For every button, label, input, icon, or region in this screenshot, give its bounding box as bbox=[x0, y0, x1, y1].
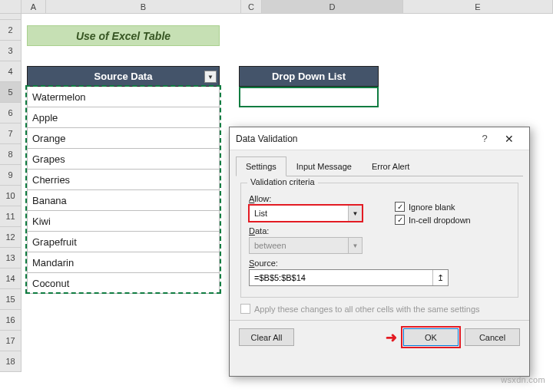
chevron-down-icon: ▼ bbox=[207, 74, 214, 81]
table-row[interactable]: Watermelon bbox=[27, 87, 220, 107]
apply-all-checkbox: Apply these changes to all other cells w… bbox=[240, 304, 518, 314]
col-D[interactable]: D bbox=[262, 0, 403, 14]
data-value: between bbox=[250, 241, 348, 250]
table-row[interactable]: Orange bbox=[27, 128, 220, 149]
source-data-header[interactable]: Source Data ▼ bbox=[27, 66, 220, 87]
source-label: Source: bbox=[249, 259, 510, 268]
row-11[interactable]: 11 bbox=[0, 206, 22, 227]
source-data-header-label: Source Data bbox=[94, 71, 153, 82]
ok-button[interactable]: OK bbox=[403, 328, 459, 346]
cancel-button[interactable]: Cancel bbox=[465, 328, 520, 346]
validation-criteria-legend: Validation criteria bbox=[247, 177, 318, 186]
row-15[interactable]: 15 bbox=[0, 289, 22, 310]
row-16[interactable]: 16 bbox=[0, 310, 22, 331]
row-13[interactable]: 13 bbox=[0, 248, 22, 268]
table-row[interactable]: Grapes bbox=[27, 149, 220, 170]
col-C[interactable]: C bbox=[241, 0, 262, 14]
row-10[interactable]: 10 bbox=[0, 186, 22, 206]
row-8[interactable]: 8 bbox=[0, 144, 22, 165]
data-validation-dialog: Data Validation ? ✕ Settings Input Messa… bbox=[229, 127, 530, 377]
table-row[interactable]: Coconut bbox=[27, 273, 220, 294]
row-7[interactable]: 7 bbox=[0, 124, 22, 144]
data-combobox: between ▼ bbox=[249, 237, 363, 254]
col-B[interactable]: B bbox=[46, 0, 241, 14]
range-picker-icon[interactable]: ↥ bbox=[432, 270, 448, 285]
table-row[interactable]: Kiwi bbox=[27, 211, 220, 232]
table-filter-button[interactable]: ▼ bbox=[204, 71, 217, 83]
chevron-down-icon: ▼ bbox=[348, 206, 362, 221]
dialog-tabs: Settings Input Message Error Alert bbox=[236, 156, 523, 176]
row-14[interactable]: 14 bbox=[0, 268, 22, 289]
tab-error-alert[interactable]: Error Alert bbox=[362, 156, 420, 176]
table-row[interactable]: Mandarin bbox=[27, 252, 220, 273]
apply-all-label: Apply these changes to all other cells w… bbox=[254, 305, 480, 314]
allow-combobox[interactable]: List ▼ bbox=[249, 205, 363, 222]
allow-value: List bbox=[250, 209, 348, 218]
row-1[interactable] bbox=[0, 14, 22, 20]
dialog-buttons: Clear All ➜ OK Cancel bbox=[230, 320, 529, 354]
table-row[interactable]: Apple bbox=[27, 107, 220, 128]
arrow-right-icon: ➜ bbox=[386, 329, 397, 346]
incell-dropdown-checkbox[interactable]: ✓ In-cell dropdown bbox=[395, 215, 471, 225]
dropdown-target-cell[interactable] bbox=[239, 87, 379, 107]
checkmark-icon: ✓ bbox=[395, 202, 405, 212]
row-3[interactable]: 3 bbox=[0, 41, 22, 61]
ignore-blank-checkbox[interactable]: ✓ Ignore blank bbox=[395, 202, 471, 212]
table-row[interactable]: Banana bbox=[27, 190, 220, 211]
select-all-corner[interactable] bbox=[0, 0, 22, 14]
tab-input-message[interactable]: Input Message bbox=[286, 156, 362, 176]
data-label: Data: bbox=[249, 226, 510, 236]
row-12[interactable]: 12 bbox=[0, 227, 22, 248]
column-headers: A B C D E bbox=[0, 0, 553, 14]
row-2[interactable]: 2 bbox=[0, 20, 22, 41]
source-input[interactable] bbox=[250, 270, 432, 285]
incell-dropdown-label: In-cell dropdown bbox=[409, 216, 471, 225]
clear-all-button[interactable]: Clear All bbox=[239, 328, 294, 346]
table-row[interactable]: Cherries bbox=[27, 170, 220, 190]
row-4[interactable]: 4 bbox=[0, 61, 22, 82]
col-A[interactable]: A bbox=[22, 0, 46, 14]
source-input-wrap: ↥ bbox=[249, 269, 449, 286]
row-5[interactable]: 5 bbox=[0, 82, 22, 103]
allow-label: Allow: bbox=[249, 194, 510, 203]
page-title: Use of Excel Table bbox=[27, 25, 220, 46]
row-18[interactable]: 18 bbox=[0, 351, 22, 372]
watermark: wsxdn.com bbox=[501, 375, 545, 384]
row-9[interactable]: 9 bbox=[0, 165, 22, 186]
table-row[interactable]: Grapefruit bbox=[27, 232, 220, 252]
checkbox-empty-icon bbox=[240, 304, 250, 314]
dropdown-list-header: Drop Down List bbox=[239, 66, 379, 87]
validation-criteria-group: Validation criteria Allow: List ▼ ✓ Igno… bbox=[240, 183, 518, 298]
close-icon[interactable]: ✕ bbox=[495, 133, 523, 145]
tab-settings[interactable]: Settings bbox=[236, 156, 286, 176]
col-E[interactable]: E bbox=[403, 0, 553, 14]
checkmark-icon: ✓ bbox=[395, 215, 405, 225]
help-icon[interactable]: ? bbox=[474, 133, 495, 144]
row-6[interactable]: 6 bbox=[0, 103, 22, 124]
dialog-titlebar[interactable]: Data Validation ? ✕ bbox=[230, 127, 529, 150]
dialog-title: Data Validation bbox=[236, 133, 474, 144]
ignore-blank-label: Ignore blank bbox=[409, 203, 455, 212]
row-headers: 2 3 4 5 6 7 8 9 10 11 12 13 14 15 16 17 … bbox=[0, 14, 22, 372]
chevron-down-icon: ▼ bbox=[348, 238, 362, 253]
row-17[interactable]: 17 bbox=[0, 331, 22, 351]
